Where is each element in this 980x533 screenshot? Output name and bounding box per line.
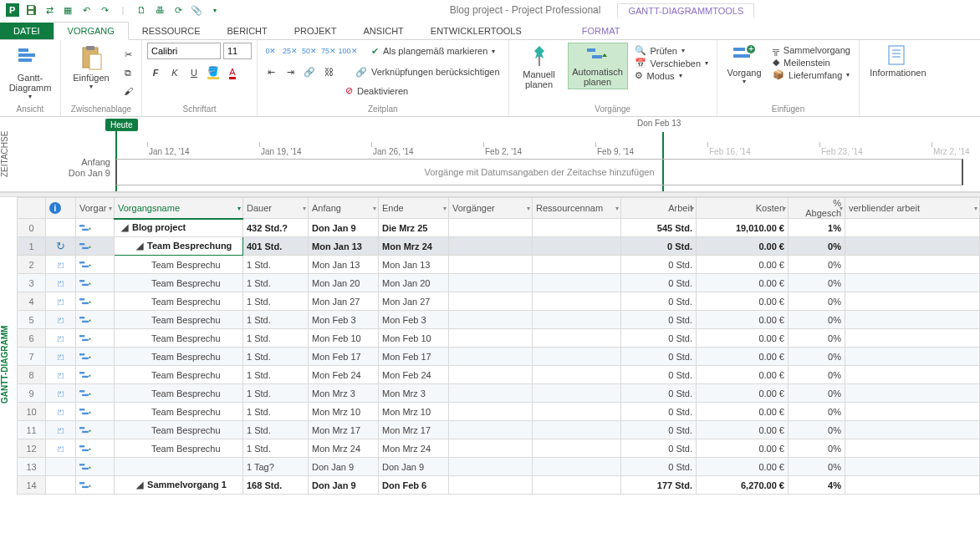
finish-cell[interactable]: Don Jan 9 [379, 458, 449, 476]
predecessors-cell[interactable] [449, 348, 533, 366]
mode-cell[interactable] [76, 274, 115, 292]
finish-cell[interactable]: Mon Mrz 3 [379, 384, 449, 403]
start-cell[interactable]: Mon Feb 24 [309, 366, 379, 384]
predecessors-cell[interactable] [449, 219, 533, 237]
pct-cell[interactable]: 0% [789, 403, 845, 421]
remaining-cell[interactable] [845, 476, 980, 495]
col-cost[interactable]: Kosten▾ [697, 198, 789, 219]
start-cell[interactable]: Don Jan 9 [309, 476, 379, 495]
table-row[interactable]: 0◢ Blog project432 Std.?Don Jan 9Die Mrz… [18, 219, 980, 237]
indent-icon[interactable]: ⇥ [282, 63, 299, 80]
cost-cell[interactable]: 0.00 € [697, 329, 789, 348]
attach-icon[interactable]: 📎 [187, 2, 206, 18]
task-name-cell[interactable]: ◢ Blog project [115, 219, 243, 237]
mode-cell[interactable] [76, 329, 115, 348]
pct-cell[interactable]: 0% [789, 348, 845, 366]
predecessors-cell[interactable] [449, 237, 533, 256]
predecessors-cell[interactable] [449, 311, 533, 329]
work-cell[interactable]: 0 Std. [621, 274, 697, 292]
col-pct[interactable]: %Abgesch▾ [789, 198, 845, 219]
finish-cell[interactable]: Mon Feb 17 [379, 348, 449, 366]
progress-100-icon[interactable]: 100✕ [339, 43, 356, 59]
resources-cell[interactable] [533, 458, 621, 476]
predecessors-cell[interactable] [449, 256, 533, 274]
task-name-cell[interactable]: ◢ Sammelvorgang 1 [115, 476, 243, 495]
remaining-cell[interactable] [845, 329, 980, 348]
tab-ressource[interactable]: RESSOURCE [129, 23, 214, 39]
col-duration[interactable]: Dauer▾ [243, 198, 309, 219]
outdent-icon[interactable]: ⇤ [263, 63, 279, 80]
table-row[interactable]: 131 Tag?Don Jan 9Don Jan 90 Std.0.00 €0% [18, 458, 980, 476]
font-size-combo[interactable] [223, 43, 252, 59]
start-cell[interactable]: Mon Jan 13 [309, 256, 379, 274]
predecessors-cell[interactable] [449, 274, 533, 292]
task-name-cell[interactable]: Team Besprechu [115, 256, 243, 274]
table-row[interactable]: 8⏍Team Besprechu1 Std.Mon Feb 24Mon Feb … [18, 366, 980, 384]
task-name-cell[interactable]: Team Besprechu [115, 366, 243, 384]
resources-cell[interactable] [533, 311, 621, 329]
duration-cell[interactable]: 1 Std. [243, 256, 309, 274]
task-button[interactable]: + Vorgang ▾ [722, 43, 766, 87]
finish-cell[interactable]: Mon Feb 24 [379, 366, 449, 384]
resources-cell[interactable] [533, 476, 621, 495]
work-cell[interactable]: 0 Std. [621, 384, 697, 403]
predecessors-cell[interactable] [449, 366, 533, 384]
duration-cell[interactable]: 1 Std. [243, 439, 309, 458]
progress-0-icon[interactable]: 0✕ [263, 43, 279, 59]
row-number[interactable]: 4 [18, 292, 46, 311]
resources-cell[interactable] [533, 366, 621, 384]
resources-cell[interactable] [533, 292, 621, 311]
pct-cell[interactable]: 0% [789, 366, 845, 384]
work-cell[interactable]: 0 Std. [621, 403, 697, 421]
table-row[interactable]: 12⏍Team Besprechu1 Std.Mon Mrz 24Mon Mrz… [18, 439, 980, 458]
resources-cell[interactable] [533, 274, 621, 292]
duration-cell[interactable]: 432 Std.? [243, 219, 309, 237]
qat-icon-2[interactable]: ▦ [59, 2, 77, 18]
col-remaining[interactable]: verbliender arbeit▾ [845, 198, 980, 219]
work-cell[interactable]: 0 Std. [621, 292, 697, 311]
finish-cell[interactable]: Mon Jan 13 [379, 256, 449, 274]
milestone-button[interactable]: ◆Meilenstein [769, 56, 854, 69]
table-row[interactable]: 11⏍Team Besprechu1 Std.Mon Mrz 17Mon Mrz… [18, 421, 980, 439]
task-name-cell[interactable]: Team Besprechu [115, 403, 243, 421]
print-icon[interactable]: 🖶 [151, 2, 169, 18]
task-name-cell[interactable]: Team Besprechu [115, 384, 243, 403]
pct-cell[interactable]: 0% [789, 311, 845, 329]
move-button[interactable]: 📅Verschieben▾ [631, 57, 712, 69]
format-painter-icon[interactable]: 🖌 [120, 83, 136, 99]
start-cell[interactable]: Mon Mrz 17 [309, 421, 379, 439]
progress-50-icon[interactable]: 50✕ [301, 43, 318, 59]
information-button[interactable]: Informationen [865, 43, 932, 79]
row-number[interactable]: 13 [18, 458, 46, 476]
remaining-cell[interactable] [845, 274, 980, 292]
remaining-cell[interactable] [845, 348, 980, 366]
duration-cell[interactable]: 1 Std. [243, 329, 309, 348]
work-cell[interactable]: 0 Std. [621, 329, 697, 348]
table-row[interactable]: 7⏍Team Besprechu1 Std.Mon Feb 17Mon Feb … [18, 348, 980, 366]
outline-arrow-icon[interactable]: ◢ [136, 241, 143, 251]
start-cell[interactable]: Mon Mrz 3 [309, 384, 379, 403]
finish-cell[interactable]: Mon Jan 20 [379, 274, 449, 292]
work-cell[interactable]: 0 Std. [621, 237, 697, 256]
duration-cell[interactable]: 1 Std. [243, 366, 309, 384]
italic-button[interactable]: K [166, 64, 183, 81]
work-cell[interactable]: 0 Std. [621, 439, 697, 458]
resources-cell[interactable] [533, 439, 621, 458]
mode-cell[interactable] [76, 292, 115, 311]
mode-cell[interactable] [76, 458, 115, 476]
start-cell[interactable]: Don Jan 9 [309, 458, 379, 476]
duration-cell[interactable]: 1 Std. [243, 348, 309, 366]
row-number[interactable]: 1 [18, 237, 46, 256]
remaining-cell[interactable] [845, 384, 980, 403]
duration-cell[interactable]: 1 Std. [243, 311, 309, 329]
resources-cell[interactable] [533, 256, 621, 274]
table-row[interactable]: 10⏍Team Besprechu1 Std.Mon Mrz 10Mon Mrz… [18, 403, 980, 421]
respect-links-button[interactable]: 🔗Verknüpfungen berücksichtigen [352, 66, 503, 79]
table-row[interactable]: 1↻◢ Team Besprechung401 Std.Mon Jan 13Mo… [18, 237, 980, 256]
row-number[interactable]: 7 [18, 348, 46, 366]
col-start[interactable]: Anfang▾ [309, 198, 379, 219]
undo-icon[interactable]: ↶ [77, 2, 95, 18]
font-color-button[interactable]: A [224, 64, 241, 81]
table-row[interactable]: 5⏍Team Besprechu1 Std.Mon Feb 3Mon Feb 3… [18, 311, 980, 329]
row-number[interactable]: 0 [18, 219, 46, 237]
